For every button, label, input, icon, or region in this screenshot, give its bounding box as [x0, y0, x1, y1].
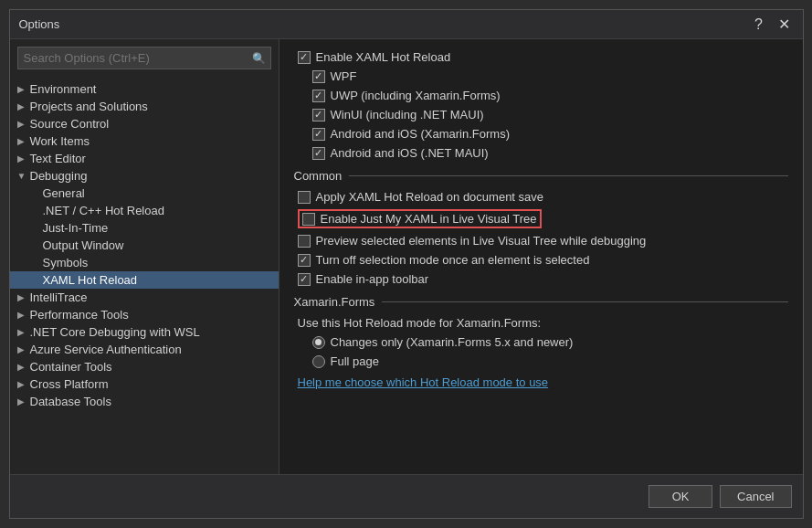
checkbox-uwp[interactable]	[312, 90, 325, 102]
radio-row-full-page[interactable]: Full page	[294, 354, 788, 368]
sub-checkboxes: WPFUWP (including Xamarin.Forms)WinUI (i…	[294, 69, 788, 160]
tree-label-just-in-time: Just-In-Time	[43, 221, 109, 235]
tree-label-projects-solutions: Projects and Solutions	[30, 100, 148, 113]
tree-arrow-cross-platform: ▶	[17, 379, 30, 389]
tree-arrow-debugging: ▼	[17, 171, 30, 181]
tree-item-intellitrace[interactable]: ▶IntelliTrace	[10, 289, 279, 306]
checkbox-row-android-ios-maui[interactable]: Android and iOS (.NET MAUI)	[294, 146, 788, 160]
radio-full-page[interactable]	[312, 355, 325, 368]
common-divider-line	[349, 175, 787, 176]
right-panel: Enable XAML Hot Reload WPFUWP (including…	[279, 39, 803, 474]
common-checkbox-label-turn-off-selection: Turn off selection mode once an element …	[316, 253, 590, 267]
tree-label-debugging: Debugging	[30, 169, 88, 183]
tree-label-net-core-debugging: .NET Core Debugging with WSL	[30, 325, 200, 339]
checkbox-row-wpf[interactable]: WPF	[294, 69, 788, 83]
checkbox-label-uwp: UWP (including Xamarin.Forms)	[331, 89, 501, 102]
tree-arrow-performance-tools: ▶	[17, 310, 30, 320]
tree-container: ▶Environment▶Projects and Solutions▶Sour…	[10, 77, 279, 474]
tree-label-source-control: Source Control	[30, 117, 110, 131]
dialog-title: Options	[19, 17, 60, 31]
tree-label-net-cpp: .NET / C++ Hot Reload	[43, 204, 164, 217]
tree-item-performance-tools[interactable]: ▶Performance Tools	[10, 306, 279, 323]
radio-label-changes-only: Changes only (Xamarin.Forms 5.x and newe…	[331, 335, 574, 349]
tree-arrow-database-tools: ▶	[17, 396, 30, 407]
xamarin-divider: Xamarin.Forms	[294, 295, 788, 309]
tree-item-net-cpp[interactable]: .NET / C++ Hot Reload	[10, 202, 279, 219]
tree-item-symbols[interactable]: Symbols	[10, 254, 279, 271]
tree-item-database-tools[interactable]: ▶Database Tools	[10, 393, 279, 410]
title-bar-controls: ? ✕	[750, 16, 794, 33]
options-dialog: Options ? ✕ 🔍 ▶Environment▶Projects and …	[9, 9, 804, 519]
radio-row-changes-only[interactable]: Changes only (Xamarin.Forms 5.x and newe…	[294, 335, 788, 349]
tree-item-cross-platform[interactable]: ▶Cross Platform	[10, 375, 279, 393]
tree-item-text-editor[interactable]: ▶Text Editor	[10, 150, 279, 167]
highlight-box-enable-just-my-xaml: Enable Just My XAML in Live Visual Tree	[298, 209, 542, 228]
enable-xaml-hot-reload-checkbox[interactable]	[298, 51, 311, 64]
tree-item-xaml-hot-reload[interactable]: XAML Hot Reload	[10, 271, 279, 289]
tree-arrow-net-core-debugging: ▶	[17, 327, 30, 337]
tree-item-debugging[interactable]: ▼Debugging	[10, 167, 279, 185]
tree-item-general[interactable]: General	[10, 185, 279, 202]
enable-xaml-hot-reload-label: Enable XAML Hot Reload	[316, 50, 451, 64]
common-checkbox-label-preview-selected: Preview selected elements in Live Visual…	[316, 234, 647, 248]
tree-item-work-items[interactable]: ▶Work Items	[10, 132, 279, 150]
tree-item-environment[interactable]: ▶Environment	[10, 80, 279, 98]
checkbox-winui[interactable]	[312, 109, 325, 121]
tree-arrow-container-tools: ▶	[17, 362, 30, 372]
tree-label-azure-service-auth: Azure Service Authentication	[30, 343, 182, 356]
checkbox-android-ios-forms[interactable]	[312, 128, 325, 141]
tree-label-symbols: Symbols	[43, 256, 89, 269]
close-button[interactable]: ✕	[775, 16, 794, 33]
checkbox-label-android-ios-maui: Android and iOS (.NET MAUI)	[331, 146, 489, 160]
tree-label-cross-platform: Cross Platform	[30, 377, 109, 391]
tree-item-net-core-debugging[interactable]: ▶.NET Core Debugging with WSL	[10, 323, 279, 341]
checkbox-row-uwp[interactable]: UWP (including Xamarin.Forms)	[294, 89, 788, 102]
dialog-body: 🔍 ▶Environment▶Projects and Solutions▶So…	[10, 39, 803, 474]
search-box-container: 🔍	[17, 47, 271, 69]
common-checkbox-row-preview-selected[interactable]: Preview selected elements in Live Visual…	[294, 234, 788, 248]
tree-label-container-tools: Container Tools	[30, 360, 112, 374]
common-checkbox-turn-off-selection[interactable]	[298, 254, 311, 267]
checkbox-wpf[interactable]	[312, 70, 325, 83]
cancel-button[interactable]: Cancel	[720, 485, 791, 508]
tree-item-azure-service-auth[interactable]: ▶Azure Service Authentication	[10, 341, 279, 358]
xamarin-section: Use this Hot Reload mode for Xamarin.For…	[294, 316, 788, 389]
tree-label-general: General	[43, 186, 85, 200]
xamarin-divider-line	[382, 301, 787, 302]
tree-label-text-editor: Text Editor	[30, 152, 86, 165]
tree-arrow-intellitrace: ▶	[17, 292, 30, 302]
checkbox-android-ios-maui[interactable]	[312, 147, 325, 160]
tree-item-source-control[interactable]: ▶Source Control	[10, 115, 279, 132]
checkbox-label-wpf: WPF	[331, 69, 357, 83]
tree-item-output-window[interactable]: Output Window	[10, 237, 279, 254]
common-checkbox-row-enable-just-my-xaml[interactable]: Enable Just My XAML in Live Visual Tree	[294, 209, 788, 228]
tree-item-projects-solutions[interactable]: ▶Projects and Solutions	[10, 98, 279, 115]
dialog-footer: OK Cancel	[10, 474, 803, 518]
common-checkbox-row-apply-xaml[interactable]: Apply XAML Hot Reload on document save	[294, 190, 788, 204]
common-checkbox-apply-xaml[interactable]	[298, 191, 311, 204]
common-checkboxes: Apply XAML Hot Reload on document saveEn…	[294, 190, 788, 286]
tree-item-just-in-time[interactable]: Just-In-Time	[10, 219, 279, 237]
ok-button[interactable]: OK	[649, 485, 712, 508]
common-checkbox-label-enable-just-my-xaml: Enable Just My XAML in Live Visual Tree	[321, 212, 537, 226]
common-checkbox-row-enable-inapp[interactable]: Enable in-app toolbar	[294, 272, 788, 286]
common-checkbox-enable-just-my-xaml[interactable]	[302, 213, 315, 226]
enable-xaml-hot-reload-row[interactable]: Enable XAML Hot Reload	[294, 50, 788, 64]
common-checkbox-row-turn-off-selection[interactable]: Turn off selection mode once an element …	[294, 253, 788, 267]
tree-label-intellitrace: IntelliTrace	[30, 290, 88, 304]
help-link[interactable]: Help me choose which Hot Reload mode to …	[298, 375, 549, 389]
tree-item-container-tools[interactable]: ▶Container Tools	[10, 358, 279, 375]
radio-changes-only[interactable]	[312, 336, 325, 349]
tree-arrow-work-items: ▶	[17, 136, 30, 146]
checkbox-row-winui[interactable]: WinUI (including .NET MAUI)	[294, 108, 788, 121]
tree-arrow-source-control: ▶	[17, 119, 30, 129]
search-input[interactable]	[17, 47, 271, 69]
tree-label-output-window: Output Window	[43, 238, 124, 252]
common-checkbox-preview-selected[interactable]	[298, 235, 311, 248]
common-checkbox-label-apply-xaml: Apply XAML Hot Reload on document save	[316, 190, 544, 204]
tree-arrow-projects-solutions: ▶	[17, 101, 30, 111]
common-checkbox-enable-inapp[interactable]	[298, 273, 311, 286]
help-button[interactable]: ?	[750, 16, 768, 33]
checkbox-row-android-ios-forms[interactable]: Android and iOS (Xamarin.Forms)	[294, 127, 788, 141]
tree-arrow-text-editor: ▶	[17, 153, 30, 164]
